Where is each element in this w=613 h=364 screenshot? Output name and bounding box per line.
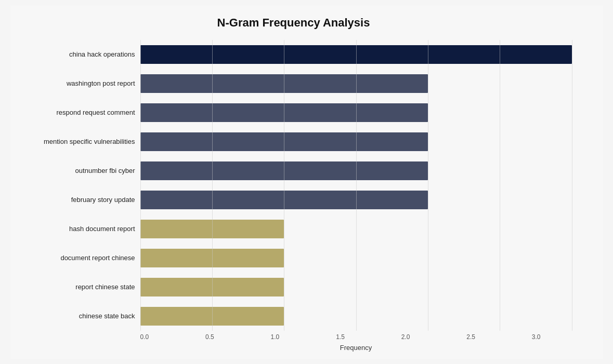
bar-row — [140, 129, 572, 155]
y-label: document report chinese — [16, 245, 140, 271]
y-label: chinese state back — [16, 303, 140, 329]
y-label: february story update — [16, 187, 140, 213]
bars-area — [140, 40, 572, 331]
bar-respond-request-comment — [140, 103, 428, 122]
y-label: mention specific vulnerabilities — [16, 129, 140, 155]
x-tick: 1.0 — [271, 333, 280, 341]
bar-mention-specific-vulnerabilities — [140, 132, 428, 151]
y-label: report chinese state — [16, 274, 140, 300]
y-axis: china hack operationswashington post rep… — [16, 40, 140, 331]
grid-line — [572, 40, 572, 331]
x-axis: 0.00.51.01.52.02.53.0 — [140, 333, 572, 341]
chart-title: N-Gram Frequency Analysis — [16, 16, 572, 30]
x-tick: 2.5 — [466, 333, 475, 341]
x-tick: 0.5 — [205, 333, 214, 341]
bar-row — [140, 158, 572, 184]
bar-row — [140, 216, 572, 242]
y-label: hash document report — [16, 216, 140, 242]
bar-hash-document-report — [140, 220, 284, 238]
bar-row — [140, 303, 572, 329]
bar-report-chinese-state — [140, 278, 284, 296]
bar-row — [140, 274, 572, 300]
y-label: outnumber fbi cyber — [16, 158, 140, 184]
bar-row — [140, 187, 572, 213]
y-label: respond request comment — [16, 100, 140, 126]
chart-container: N-Gram Frequency Analysis china hack ope… — [10, 6, 603, 359]
x-tick: 3.0 — [532, 333, 541, 341]
x-tick: 0.0 — [140, 333, 149, 341]
bar-washington-post-report — [140, 74, 428, 93]
bar-row — [140, 100, 572, 126]
bar-china-hack-operations — [140, 45, 572, 64]
bar-february-story-update — [140, 191, 428, 209]
bar-document-report-chinese — [140, 249, 284, 267]
y-label: washington post report — [16, 71, 140, 97]
y-label: china hack operations — [16, 42, 140, 68]
chart-area: china hack operationswashington post rep… — [16, 40, 572, 331]
bar-row — [140, 71, 572, 97]
bar-row — [140, 42, 572, 68]
x-axis-label: Frequency — [140, 344, 572, 352]
x-tick: 2.0 — [401, 333, 410, 341]
bar-outnumber-fbi-cyber — [140, 161, 428, 180]
bar-chinese-state-back — [140, 307, 284, 326]
bar-row — [140, 245, 572, 271]
x-tick: 1.5 — [336, 333, 345, 341]
